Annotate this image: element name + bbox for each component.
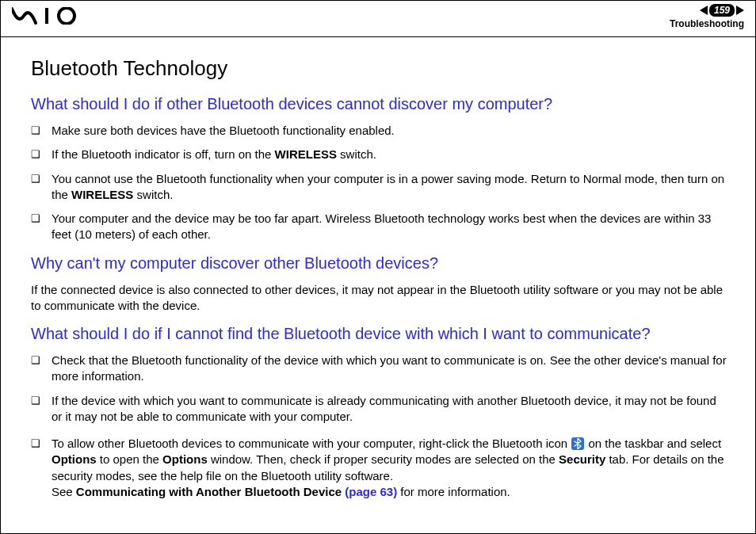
svg-rect-0 <box>45 8 48 24</box>
content-area: Bluetooth Technology What should I do if… <box>1 37 755 533</box>
bullet-list-1: ❑ Make sure both devices have the Blueto… <box>31 123 727 243</box>
bluetooth-icon <box>571 437 584 450</box>
bullet-list-3a: ❑ Check that the Bluetooth functionality… <box>31 353 727 425</box>
list-text: If the Bluetooth indicator is off, turn … <box>52 147 376 162</box>
list-text: If the device with which you want to com… <box>52 393 727 425</box>
bullet-marker-icon: ❑ <box>31 211 40 227</box>
document-page: 159 Troubleshooting Bluetooth Technology… <box>0 0 756 534</box>
list-text: To allow other Bluetooth devices to comm… <box>52 436 727 500</box>
prev-page-arrow-icon[interactable] <box>700 6 708 15</box>
svg-point-1 <box>59 8 74 24</box>
list-text: Make sure both devices have the Bluetoot… <box>52 123 395 139</box>
bullet-marker-icon: ❑ <box>31 123 40 139</box>
list-item: ❑ You cannot use the Bluetooth functiona… <box>31 171 727 204</box>
list-text: Your computer and the device may be too … <box>52 211 727 243</box>
question-3: What should I do if I cannot find the Bl… <box>31 325 727 343</box>
list-item: ❑ Check that the Bluetooth functionality… <box>31 353 727 385</box>
section-label: Troubleshooting <box>670 18 744 29</box>
page-number: 159 <box>709 4 735 17</box>
list-item: ❑ If the Bluetooth indicator is off, tur… <box>31 147 727 162</box>
list-text: You cannot use the Bluetooth functionali… <box>52 171 727 204</box>
next-page-arrow-icon[interactable] <box>736 6 744 15</box>
list-text: Check that the Bluetooth functionality o… <box>52 353 727 385</box>
bullet-marker-icon: ❑ <box>31 436 40 452</box>
bullet-marker-icon: ❑ <box>31 171 40 187</box>
bullet-marker-icon: ❑ <box>31 393 40 409</box>
question-2: Why can't my computer discover other Blu… <box>31 254 727 273</box>
list-item: ❑ Your computer and the device may be to… <box>31 211 727 243</box>
page-link[interactable]: (page 63) <box>345 485 397 498</box>
list-item: ❑ Make sure both devices have the Blueto… <box>31 123 727 139</box>
bullet-marker-icon: ❑ <box>31 353 40 368</box>
header-bar: 159 Troubleshooting <box>1 1 755 37</box>
paragraph: If the connected device is also connecte… <box>31 282 727 315</box>
bullet-list-3b: ❑ To allow other Bluetooth devices to co… <box>31 436 727 500</box>
list-item: ❑ If the device with which you want to c… <box>31 393 727 425</box>
page-nav: 159 <box>700 4 744 17</box>
vaio-logo <box>12 7 83 29</box>
page-nav-group: 159 Troubleshooting <box>670 4 744 29</box>
page-title: Bluetooth Technology <box>31 56 727 81</box>
question-1: What should I do if other Bluetooth devi… <box>31 95 727 113</box>
list-item: ❑ To allow other Bluetooth devices to co… <box>31 436 727 500</box>
bullet-marker-icon: ❑ <box>31 147 40 162</box>
